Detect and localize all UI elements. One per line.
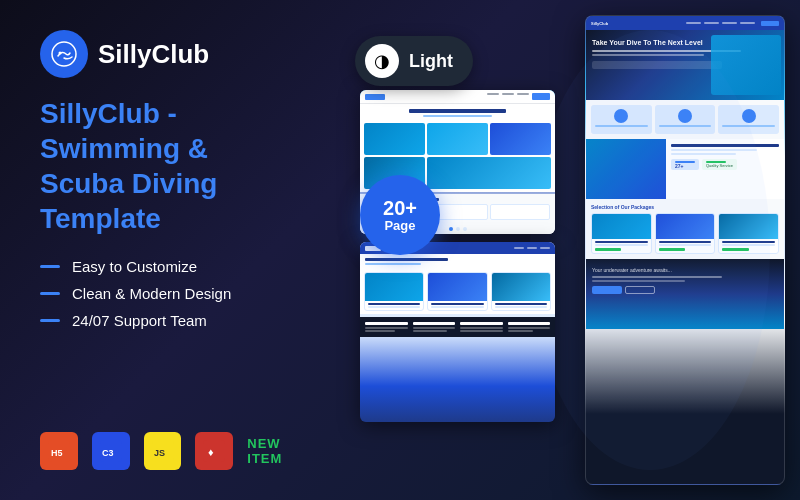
template-preview-left-bottom — [360, 242, 555, 422]
svg-text:JS: JS — [154, 448, 165, 458]
logo-icon — [40, 30, 88, 78]
svg-rect-9 — [203, 440, 225, 462]
js-badge: JS — [144, 432, 182, 470]
left-panel: SillyClub SillyClub - Swimming & Scuba D… — [0, 0, 360, 500]
svg-point-1 — [52, 42, 76, 66]
toggle-icon: ◑ — [365, 44, 399, 78]
bottom-bar: H5 C3 JS ♦ NEW ITEM — [40, 432, 320, 470]
svg-point-2 — [59, 52, 62, 55]
features-list: Easy to Customize Clean & Modern Design … — [40, 258, 320, 329]
new-item-label: NEW ITEM — [247, 436, 320, 466]
svg-text:C3: C3 — [102, 448, 114, 458]
logo-row: SillyClub — [40, 30, 320, 78]
feature-dash — [40, 265, 60, 268]
tagline-heading: SillyClub - Swimming & Scuba Diving Temp… — [40, 96, 320, 236]
feature-item-1: Easy to Customize — [40, 258, 320, 275]
svg-text:♦: ♦ — [208, 446, 214, 458]
feature-dash — [40, 319, 60, 322]
feature-dash — [40, 292, 60, 295]
svg-text:H5: H5 — [51, 448, 63, 458]
tagline: SillyClub - Swimming & Scuba Diving Temp… — [40, 96, 320, 236]
feature-item-3: 24/07 Support Team — [40, 312, 320, 329]
svg-point-0 — [530, 30, 770, 470]
ruby-badge: ♦ — [195, 432, 233, 470]
html5-badge: H5 — [40, 432, 78, 470]
feature-item-2: Clean & Modern Design — [40, 285, 320, 302]
page-count-badge: 20+ Page — [360, 175, 440, 255]
css3-badge: C3 — [92, 432, 130, 470]
logo-text: SillyClub — [98, 39, 209, 70]
left-template-previews — [360, 90, 555, 422]
page-label: Page — [384, 218, 415, 233]
toggle-label: Light — [409, 51, 453, 72]
page-count: 20+ — [383, 198, 417, 218]
light-mode-toggle[interactable]: ◑ Light — [355, 36, 473, 86]
